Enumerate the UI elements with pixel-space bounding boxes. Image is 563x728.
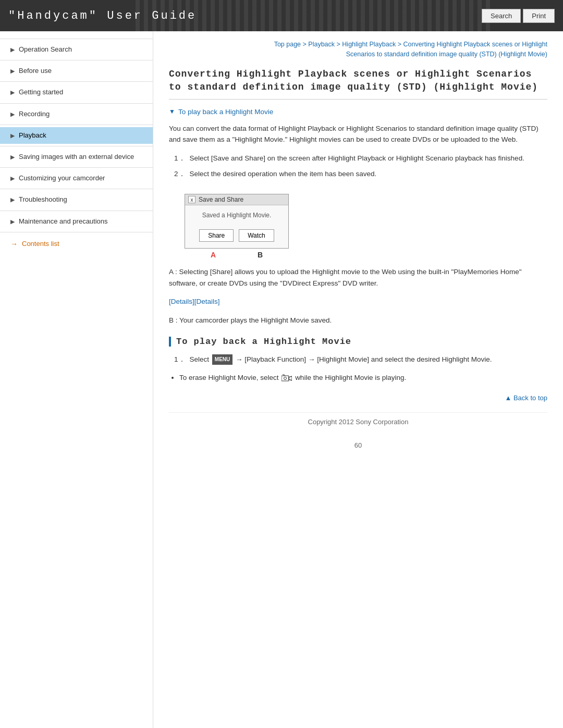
- sidebar-divider: [0, 103, 153, 104]
- section-heading-label: To play back a Highlight Movie: [178, 108, 273, 116]
- section2-steps-list: 1． Select MENU → [Playback Function] → […: [174, 354, 547, 365]
- contents-list-link[interactable]: → Contents list: [0, 235, 153, 253]
- step-2-text: Select the desired operation when the it…: [190, 168, 547, 180]
- main-content: Top page > Playback > Highlight Playback…: [153, 31, 563, 728]
- sidebar-item-before-use[interactable]: ▶ Before use: [0, 63, 153, 79]
- sidebar-arrow-icon: ▶: [10, 218, 15, 226]
- sidebar-divider: [0, 125, 153, 125]
- label-b: B: [258, 251, 263, 259]
- breadcrumb-top-page[interactable]: Top page: [274, 41, 301, 48]
- erase-icon: [282, 374, 292, 382]
- contents-list-label: Contents list: [22, 240, 59, 248]
- step-1: 1． Select [Save and Share] on the screen…: [174, 153, 547, 164]
- sidebar-item-saving-images[interactable]: ▶ Saving images with an external device: [0, 149, 153, 165]
- step-1-num: 1．: [174, 153, 186, 164]
- print-button[interactable]: Print: [523, 9, 555, 23]
- section2-step1-part2: [Highlight Movie] and select the desired…: [317, 355, 492, 363]
- label-a: A: [211, 251, 216, 259]
- sidebar-item-troubleshooting[interactable]: ▶ Troubleshooting: [0, 191, 153, 208]
- back-to-top-link[interactable]: ▲ Back to top: [505, 394, 547, 402]
- intro-paragraph: You can convert the data format of Highl…: [169, 123, 547, 145]
- dialog-labels: A B: [185, 249, 289, 259]
- section2-step-1-content: Select MENU → [Playback Function] → [Hig…: [190, 354, 547, 365]
- steps-list: 1． Select [Save and Share] on the screen…: [174, 153, 547, 179]
- sidebar-item-customizing[interactable]: ▶ Customizing your camcorder: [0, 170, 153, 187]
- section-2-title: To play back a Highlight Movie: [176, 337, 351, 347]
- breadcrumb-highlight-playback[interactable]: Highlight Playback: [342, 41, 396, 48]
- sidebar-item-label: Playback: [19, 131, 145, 140]
- dialog-watch-button[interactable]: Watch: [239, 229, 274, 242]
- sidebar: ▶ Operation Search ▶ Before use ▶ Gettin…: [0, 31, 153, 728]
- svg-rect-0: [282, 376, 289, 381]
- sidebar-divider: [0, 189, 153, 189]
- sidebar-arrow-icon: ▶: [10, 196, 15, 204]
- sidebar-arrow-icon: ▶: [10, 175, 15, 182]
- erase-bullet-list: To erase Highlight Movie, select while t…: [179, 372, 547, 384]
- dialog-mockup: x Save and Share Saved a Highlight Movie…: [185, 194, 289, 259]
- sidebar-top-divider: [0, 39, 153, 39]
- dialog-close-button[interactable]: x: [188, 196, 195, 203]
- sidebar-arrow-icon: ▶: [10, 110, 15, 118]
- contents-list-arrow-icon: →: [10, 240, 18, 248]
- sidebar-arrow-icon: ▶: [10, 67, 15, 75]
- copyright: Copyright 2012 Sony Corporation: [169, 412, 547, 426]
- details-link-container: [Details][Details]: [169, 296, 547, 307]
- section2-step1-arrow1: →: [236, 355, 243, 363]
- header-buttons: Search Print: [482, 9, 555, 23]
- sidebar-arrow-icon: ▶: [10, 153, 15, 161]
- app-title: "Handycam" User Guide: [8, 9, 197, 22]
- sidebar-item-label: Recording: [19, 109, 145, 119]
- sidebar-arrow-icon: ▶: [10, 89, 15, 96]
- bullet-text-suffix: while the Highlight Movie is playing.: [295, 374, 406, 381]
- svg-point-2: [284, 377, 287, 379]
- sidebar-arrow-icon: ▶: [10, 46, 15, 54]
- sidebar-item-label: Before use: [19, 66, 145, 76]
- step-1-text: Select [Save and Share] on the screen af…: [190, 153, 547, 164]
- sidebar-item-recording[interactable]: ▶ Recording: [0, 106, 153, 122]
- label-a-description: A : Selecting [Share] allows you to uplo…: [169, 266, 547, 289]
- sidebar-item-operation-search[interactable]: ▶ Operation Search: [0, 41, 153, 58]
- sidebar-item-getting-started[interactable]: ▶ Getting started: [0, 84, 153, 101]
- sidebar-item-label: Customizing your camcorder: [19, 174, 145, 183]
- dialog-box: x Save and Share Saved a Highlight Movie…: [185, 194, 289, 249]
- section2-step-1: 1． Select MENU → [Playback Function] → […: [174, 354, 547, 365]
- bullet-text-prefix: To erase Highlight Movie, select: [179, 374, 279, 381]
- page-number: 60: [169, 441, 547, 449]
- menu-button-inline: MENU: [212, 354, 232, 365]
- section-heading-collapse[interactable]: ▼ To play back a Highlight Movie: [169, 108, 547, 116]
- svg-marker-1: [289, 376, 292, 380]
- sidebar-divider: [0, 146, 153, 146]
- sidebar-item-label: Saving images with an external device: [19, 152, 145, 162]
- sidebar-divider: [0, 81, 153, 82]
- search-button[interactable]: Search: [482, 9, 521, 23]
- breadcrumb-playback[interactable]: Playback: [308, 41, 335, 48]
- step-2-num: 2．: [174, 168, 186, 180]
- breadcrumb: Top page > Playback > Highlight Playback…: [169, 40, 547, 59]
- label-b-description: B : Your camcorder plays the Highlight M…: [169, 315, 547, 326]
- collapse-arrow-icon: ▼: [169, 108, 175, 115]
- sidebar-item-label: Maintenance and precautions: [19, 217, 145, 226]
- header: "Handycam" User Guide Search Print: [0, 0, 563, 31]
- sidebar-divider: [0, 167, 153, 168]
- dialog-body-text: Saved a Highlight Movie.: [185, 205, 288, 225]
- sidebar-item-label: Getting started: [19, 88, 145, 97]
- section2-step-1-num: 1．: [174, 354, 186, 365]
- section-2: To play back a Highlight Movie: [169, 337, 547, 347]
- erase-bullet-item: To erase Highlight Movie, select while t…: [179, 372, 547, 384]
- section2-step1-prefix: Select: [190, 355, 210, 363]
- sidebar-item-maintenance[interactable]: ▶ Maintenance and precautions: [0, 213, 153, 230]
- sidebar-divider: [0, 232, 153, 232]
- back-to-top[interactable]: ▲ Back to top: [169, 394, 547, 402]
- details-link[interactable]: [Details][Details]: [169, 298, 220, 305]
- step-2: 2． Select the desired operation when the…: [174, 168, 547, 180]
- page-title: Converting Highlight Playback scenes or …: [169, 68, 547, 100]
- sidebar-item-label: Troubleshooting: [19, 195, 145, 204]
- sidebar-divider: [0, 60, 153, 60]
- sidebar-item-playback[interactable]: ▶ Playback: [0, 127, 153, 144]
- dialog-title: Save and Share: [199, 196, 243, 203]
- section2-step1-part1: [Playback Function]: [244, 355, 306, 363]
- dialog-buttons: Share Watch: [185, 225, 288, 248]
- dialog-share-button[interactable]: Share: [199, 229, 234, 242]
- sidebar-divider: [0, 211, 153, 211]
- section2-step1-arrow2: →: [308, 355, 315, 363]
